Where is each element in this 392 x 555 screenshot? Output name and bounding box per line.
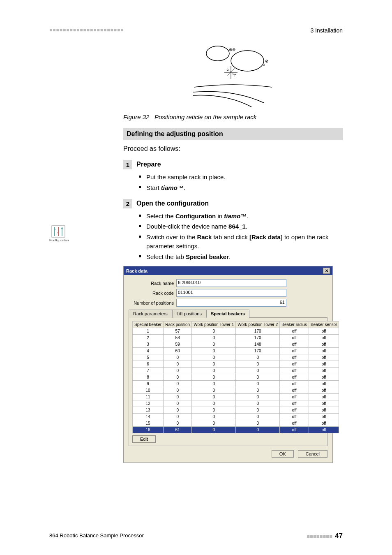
table-row[interactable]: 10000offoff — [133, 387, 339, 394]
list-item: Start tiamo™. — [146, 183, 343, 192]
table-row[interactable]: 9000offoff — [133, 381, 339, 387]
edit-button[interactable]: Edit — [132, 435, 156, 443]
list-item: Select the Configuration in tiamo™. — [146, 212, 343, 221]
svg-line-9 — [226, 70, 228, 71]
list-item: Select the tab Special beaker. — [146, 252, 343, 261]
list-item: Double-click the device name 864_1. — [146, 222, 343, 231]
step-1-number: 1 — [123, 160, 132, 169]
close-icon[interactable]: ✕ — [323, 268, 330, 274]
table-header: Special beaker — [133, 321, 164, 328]
configuration-icon-label: Konfiguration — [49, 238, 67, 242]
table-row[interactable]: 5000offoff — [133, 354, 339, 361]
rack-data-dialog: Rack data ✕ Rack name 6.2068.010 Rack co… — [123, 266, 333, 463]
footer-model: 864 Robotic Balance Sample Processor — [49, 532, 144, 539]
table-row[interactable]: 8000offoff — [133, 374, 339, 381]
list-item: Switch over to the Rack tab and click [R… — [146, 233, 343, 251]
configuration-icon — [51, 225, 65, 238]
figure-illustration: ⊕⊕ ⊘ ⊘ — [123, 41, 343, 111]
svg-line-10 — [233, 74, 236, 75]
table-row[interactable]: 15000offoff — [133, 420, 339, 427]
table-row[interactable]: 3590148offoff — [133, 341, 339, 348]
cancel-button[interactable]: Cancel — [298, 450, 327, 458]
table-row[interactable]: 166100offoff — [133, 427, 339, 433]
tab-lift-positions[interactable]: Lift positions — [172, 310, 206, 318]
table-row[interactable]: 2580170offoff — [133, 335, 339, 341]
intro-text: Proceed as follows: — [123, 145, 343, 153]
header-dots-left: ■■■■■■■■■■■■■■■■■■■■■■ — [49, 27, 124, 33]
step-2-title: Open the configuration — [136, 199, 209, 207]
rack-code-field[interactable]: 011001 — [176, 289, 286, 297]
rack-code-label: Rack code — [129, 291, 176, 296]
section-heading: Defining the adjusting position — [123, 128, 343, 140]
table-row[interactable]: 11000offoff — [133, 394, 339, 400]
rack-name-label: Rack name — [129, 281, 176, 286]
table-row[interactable]: 6000offoff — [133, 361, 339, 368]
table-row[interactable]: 1570170offoff — [133, 328, 339, 335]
svg-point-0 — [206, 46, 229, 61]
svg-point-17 — [61, 228, 63, 229]
svg-text:⊘: ⊘ — [265, 59, 268, 63]
table-row[interactable]: 12000offoff — [133, 400, 339, 407]
num-positions-field[interactable]: 61 — [176, 299, 286, 307]
step-1-title: Prepare — [136, 160, 161, 168]
table-header: Work position Tower 1 — [192, 321, 236, 328]
table-row[interactable]: 13000offoff — [133, 407, 339, 414]
table-header: Beaker sensor — [309, 321, 339, 328]
svg-point-15 — [58, 232, 59, 234]
footer-page: ■■■■■■■■47 — [307, 532, 343, 540]
svg-text:⊕⊕: ⊕⊕ — [229, 47, 235, 52]
table-header: Work position Tower 2 — [236, 321, 280, 328]
table-header: Rack position — [164, 321, 192, 328]
ok-button[interactable]: OK — [272, 450, 294, 458]
dialog-title: Rack data — [126, 268, 148, 273]
figure-caption: Figure 32 Positioning reticle on the sam… — [123, 113, 343, 120]
rack-name-field[interactable]: 6.2068.010 — [176, 279, 286, 287]
svg-point-1 — [231, 51, 264, 71]
table-row[interactable]: 14000offoff — [133, 414, 339, 420]
header-section: 3 Installation — [310, 27, 343, 34]
special-beakers-table[interactable]: Special beakerRack positionWork position… — [132, 321, 339, 433]
tab-rack-parameters[interactable]: Rack parameters — [129, 310, 172, 318]
svg-point-13 — [54, 229, 55, 230]
svg-text:⊘: ⊘ — [263, 63, 265, 67]
table-row[interactable]: 4600170offoff — [133, 348, 339, 354]
step-2-number: 2 — [123, 199, 132, 208]
list-item: Put the sample rack in place. — [146, 173, 343, 182]
num-positions-label: Number of positions — [129, 301, 176, 305]
table-header: Beaker radius — [280, 321, 309, 328]
table-row[interactable]: 7000offoff — [133, 368, 339, 374]
tab-special-beakers[interactable]: Special beakers — [206, 310, 249, 318]
